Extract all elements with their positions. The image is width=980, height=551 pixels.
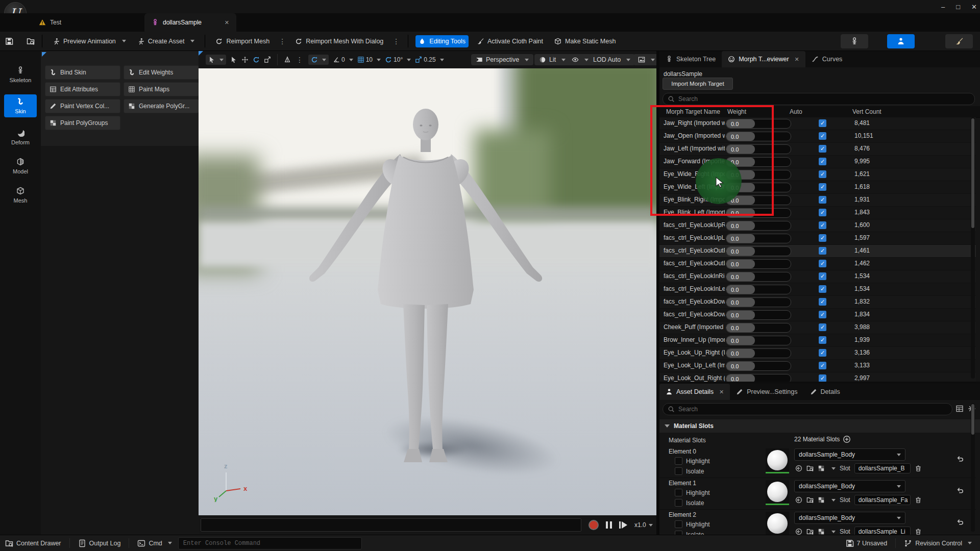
menu-item[interactable]: [76, 1, 87, 6]
snap-grid-toggle[interactable]: 10: [357, 56, 381, 63]
tab-dollarssample[interactable]: dollarsSample ✕: [144, 13, 236, 32]
material-dropdown[interactable]: dollarsSample_Body: [794, 512, 905, 524]
weight-spinbox[interactable]: 0.0: [726, 285, 791, 294]
auto-checkbox[interactable]: ✓: [819, 196, 826, 204]
morph-table-row[interactable]: Eye_Look_Out_Right (Imported with LODs) …: [659, 372, 976, 382]
tab-test[interactable]: Test: [32, 13, 68, 32]
weight-spinbox[interactable]: 0.0: [726, 348, 791, 358]
chevron-down-icon[interactable]: [831, 467, 836, 470]
isolate-checkbox[interactable]: [675, 499, 682, 507]
menu-item[interactable]: [42, 1, 53, 6]
slot-name-field[interactable]: dollarsSample_B: [854, 463, 911, 473]
morph-table-row[interactable]: facs_ctrl_EyeLookOutRight (Imported with…: [659, 245, 976, 258]
highlight-checkbox-row[interactable]: Highlight: [675, 457, 710, 465]
select-tool-icon[interactable]: [230, 56, 237, 63]
menu-item[interactable]: [53, 1, 64, 6]
paint-polygroups-button[interactable]: Paint PolyGroups: [45, 116, 120, 130]
table-view-icon[interactable]: [955, 405, 964, 413]
mode-skin[interactable]: Skin: [4, 94, 37, 117]
morph-table-row[interactable]: facs_ctrl_EyeLookUpLeft (Imported with L…: [659, 232, 976, 245]
weight-spinbox[interactable]: 0.0: [726, 221, 791, 231]
browse-asset-icon[interactable]: [806, 496, 814, 504]
generate-polygroups-button[interactable]: Generate PolyGr...: [124, 99, 199, 113]
editing-tools-button[interactable]: Editing Tools: [415, 35, 469, 47]
highlight-checkbox-row[interactable]: Highlight: [675, 520, 710, 528]
tab-details[interactable]: Details: [804, 384, 846, 400]
maximize-button[interactable]: □: [956, 3, 960, 11]
trash-icon[interactable]: [915, 496, 922, 504]
snap-angle-toggle[interactable]: 0: [333, 56, 353, 63]
isolate-checkbox-row[interactable]: Isolate: [675, 499, 704, 507]
weight-spinbox[interactable]: 0.0: [726, 234, 791, 243]
transform-options-icon[interactable]: ⋮: [295, 56, 304, 64]
auto-checkbox[interactable]: ✓: [819, 183, 826, 191]
use-selected-icon[interactable]: [795, 528, 802, 535]
content-drawer-button[interactable]: Content Drawer: [5, 539, 61, 547]
trash-icon[interactable]: [915, 528, 922, 535]
activate-cloth-paint-button[interactable]: Activate Cloth Paint: [474, 35, 546, 47]
mode-skeleton[interactable]: Skeleton: [4, 66, 37, 83]
snap-scale-toggle[interactable]: 0.25: [415, 56, 444, 63]
undo-icon[interactable]: [957, 518, 964, 525]
tab-close-icon[interactable]: ✕: [795, 56, 799, 63]
reimport-dialog-options-icon[interactable]: ⋮: [391, 37, 401, 45]
tab-skeleton-tree[interactable]: Skeleton Tree: [659, 51, 722, 67]
weight-spinbox[interactable]: 0.0: [726, 259, 791, 269]
browse-asset-icon[interactable]: [806, 465, 814, 472]
auto-checkbox[interactable]: ✓: [819, 362, 826, 369]
morph-table-row[interactable]: Brow_Inner_Up (Imported with LODs) 0.0 ✓…: [659, 334, 976, 347]
coordinate-system-icon[interactable]: [284, 56, 291, 63]
auto-checkbox[interactable]: ✓: [819, 272, 826, 280]
weight-spinbox[interactable]: 0.0: [726, 374, 791, 382]
close-button[interactable]: ✕: [971, 3, 977, 11]
auto-checkbox[interactable]: ✓: [819, 285, 826, 293]
use-selected-icon[interactable]: [795, 496, 802, 504]
highlight-checkbox-row[interactable]: Highlight: [675, 489, 710, 496]
open-skeletal-mesh-button[interactable]: [887, 34, 915, 48]
undo-icon[interactable]: [957, 455, 964, 462]
weight-spinbox[interactable]: 0.0: [726, 297, 791, 307]
menu-item[interactable]: [31, 1, 42, 6]
trash-icon[interactable]: [915, 465, 922, 472]
material-dropdown[interactable]: dollarsSample_Body: [794, 480, 905, 492]
auto-checkbox[interactable]: ✓: [819, 298, 826, 306]
undo-icon[interactable]: [957, 487, 964, 494]
move-tool-icon[interactable]: [241, 56, 249, 63]
morph-table-row[interactable]: facs_ctrl_EyeLookInLeft (Imported with L…: [659, 283, 976, 296]
select-mode-dropdown[interactable]: [206, 55, 226, 65]
slot-name-field[interactable]: dollarsSample_Fa: [854, 495, 911, 505]
scrollbar-thumb[interactable]: [971, 404, 974, 435]
weight-spinbox[interactable]: 0.0: [726, 310, 791, 320]
use-selected-icon[interactable]: [795, 465, 802, 472]
morph-table-row[interactable]: Eye_Look_Up_Left (Imported with LODs) 0.…: [659, 360, 976, 372]
tab-close-icon[interactable]: ✕: [719, 389, 724, 395]
morph-table-row[interactable]: Cheek_Puff (Imported with LODs) 0.0 ✓ 3,…: [659, 321, 976, 334]
console-command-input[interactable]: Enter Console Command: [178, 537, 362, 549]
auto-checkbox[interactable]: ✓: [819, 132, 826, 140]
menu-item[interactable]: [87, 1, 98, 6]
morph-table-row[interactable]: Eye_Look_Up_Right (Imported with LODs) 0…: [659, 347, 976, 360]
rotation-space-dropdown[interactable]: [308, 55, 329, 65]
tab-curves[interactable]: Curves: [805, 51, 849, 67]
scrollbar-thumb[interactable]: [971, 118, 974, 228]
auto-checkbox[interactable]: ✓: [819, 221, 826, 229]
rotate-tool-icon[interactable]: [253, 56, 260, 63]
edit-attributes-button[interactable]: Edit Attributes: [45, 82, 120, 96]
morph-search-input[interactable]: Search: [663, 93, 975, 105]
tab-preview-settings[interactable]: Preview...Settings: [730, 384, 803, 400]
scale-tool-icon[interactable]: [264, 56, 271, 63]
tab-morph-previewer[interactable]: Morph T...eviewer ✕: [722, 51, 805, 67]
weight-spinbox[interactable]: 0.0: [726, 361, 791, 371]
isolate-checkbox-row[interactable]: Isolate: [675, 467, 704, 475]
auto-checkbox[interactable]: ✓: [819, 336, 826, 344]
material-dropdown[interactable]: dollarsSample_Body: [794, 448, 905, 461]
mode-model[interactable]: Model: [4, 158, 37, 174]
chevron-down-icon[interactable]: [831, 531, 836, 533]
reimport-options-icon[interactable]: ⋮: [278, 37, 287, 45]
preview-animation-button[interactable]: Preview Animation: [50, 35, 129, 47]
import-morph-target-button[interactable]: Import Morph Target: [663, 78, 733, 90]
mode-deform[interactable]: Deform: [4, 129, 37, 145]
column-vert-count[interactable]: Vert Count: [852, 108, 881, 115]
morph-table-row[interactable]: facs_ctrl_EyeLookOutLeft (Imported with …: [659, 258, 976, 270]
menu-item[interactable]: [64, 1, 76, 6]
